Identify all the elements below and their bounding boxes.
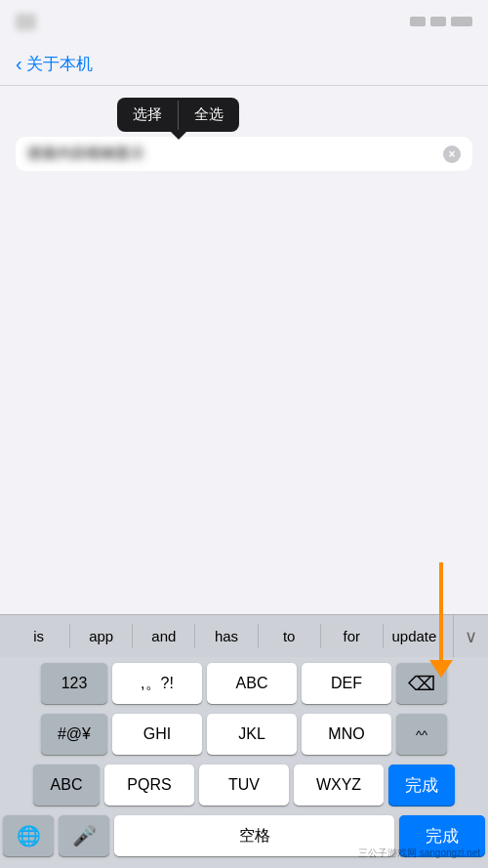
key-ghi[interactable]: GHI <box>112 714 202 755</box>
predictive-word-update[interactable]: update <box>384 624 445 648</box>
key-backspace[interactable]: ⌫ <box>396 663 447 704</box>
predictive-word-has[interactable]: has <box>195 624 258 648</box>
key-punctuation[interactable]: ,。?! <box>112 663 202 704</box>
nav-bar: ‹ 关于本机 <box>0 43 488 86</box>
content-area: 选择 全选 搜索内容模糊显示 × <box>0 86 488 456</box>
chevron-left-icon: ‹ <box>16 53 22 75</box>
key-globe[interactable]: 🌐 <box>3 815 54 856</box>
nav-back-label: 关于本机 <box>26 53 93 75</box>
predictive-bar: is app and has to for update ∨ <box>0 614 488 657</box>
predictive-word-for[interactable]: for <box>321 624 384 648</box>
predictive-words: is app and has to for update <box>0 624 453 648</box>
predictive-expand-button[interactable]: ∨ <box>453 615 488 657</box>
status-time <box>16 14 36 30</box>
key-jkl[interactable]: JKL <box>207 714 297 755</box>
watermark: 三公子游戏网 sangongzi.net <box>358 847 480 860</box>
search-field-container: 搜索内容模糊显示 × <box>16 137 472 171</box>
key-space[interactable]: 空格 <box>114 815 394 856</box>
signal-icon <box>410 17 426 26</box>
wifi-icon <box>430 17 446 26</box>
key-pqrs[interactable]: PQRS <box>104 765 194 806</box>
battery-icon <box>451 17 472 26</box>
key-tuv[interactable]: TUV <box>199 765 289 806</box>
key-def[interactable]: DEF <box>302 663 391 704</box>
predictive-word-and[interactable]: and <box>133 624 195 648</box>
predictive-word-app[interactable]: app <box>70 624 133 648</box>
key-caps[interactable]: ^^ <box>396 714 447 755</box>
keyboard-row-1: 123 ,。?! ABC DEF ⌫ <box>3 663 485 704</box>
context-menu-select-all[interactable]: 全选 <box>179 98 239 132</box>
context-menu-select[interactable]: 选择 <box>117 98 178 132</box>
key-wxyz[interactable]: WXYZ <box>294 765 384 806</box>
key-done-row3[interactable]: 完成 <box>388 765 455 806</box>
nav-back-button[interactable]: ‹ 关于本机 <box>16 53 93 75</box>
status-bar <box>0 0 488 43</box>
empty-space <box>16 171 472 444</box>
key-abc[interactable]: ABC <box>207 663 297 704</box>
keyboard-row-2: #@¥ GHI JKL MNO ^^ <box>3 714 485 755</box>
predictive-word-is[interactable]: is <box>8 624 70 648</box>
keyboard-row-3: ABC PQRS TUV WXYZ 完成 <box>3 765 485 806</box>
search-clear-button[interactable]: × <box>443 145 461 163</box>
predictive-word-to[interactable]: to <box>259 624 321 648</box>
context-menu: 选择 全选 <box>117 98 239 132</box>
search-field-text[interactable]: 搜索内容模糊显示 <box>27 145 435 163</box>
key-symbols[interactable]: #@¥ <box>41 714 107 755</box>
key-abc-switch[interactable]: ABC <box>33 765 100 806</box>
key-123[interactable]: 123 <box>41 663 107 704</box>
status-icons <box>410 17 472 26</box>
keyboard-container: is app and has to for update ∨ 123 ,。?! … <box>0 614 488 868</box>
key-mic[interactable]: 🎤 <box>59 815 109 856</box>
key-mno[interactable]: MNO <box>302 714 391 755</box>
keyboard-rows: 123 ,。?! ABC DEF ⌫ #@¥ GHI JKL MNO ^^ AB… <box>0 657 488 868</box>
